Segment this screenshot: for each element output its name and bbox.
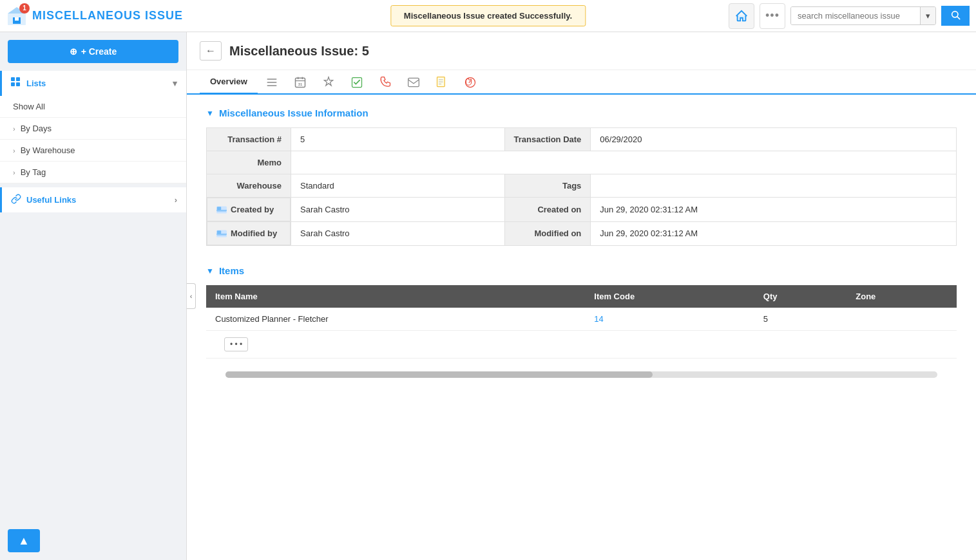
useful-links-label: Useful Links: [26, 195, 76, 205]
search-go-button[interactable]: [941, 6, 970, 26]
scroll-bar-wrapper: [206, 371, 957, 378]
by-warehouse-chevron-icon: ›: [13, 147, 15, 154]
tabs-bar: Overview 31: [187, 70, 976, 95]
by-warehouse-label: By Warehouse: [21, 145, 75, 155]
svg-rect-28: [217, 210, 226, 211]
created-by-value: Sarah Castro: [291, 198, 505, 222]
warehouse-value: Standard: [291, 174, 505, 198]
item-qty-cell: 5: [754, 308, 847, 331]
back-button[interactable]: ←: [200, 41, 222, 61]
transaction-number-value: 5: [291, 128, 505, 151]
app-logo: 1 MISCELLANEOUS ISSUE: [6, 6, 183, 26]
misc-issue-section-header[interactable]: ▼ Miscellaneous Issue Information: [206, 107, 957, 118]
warehouse-label: Warehouse: [207, 174, 291, 198]
tab-email[interactable]: [399, 71, 428, 94]
modified-on-label: Modified on: [504, 221, 591, 246]
svg-rect-26: [217, 207, 221, 210]
tab-attachments[interactable]: [456, 71, 484, 94]
items-section-header[interactable]: ▼ Items: [206, 265, 957, 276]
app-logo-icon: 1: [6, 6, 27, 26]
row-actions: • • •: [215, 333, 948, 355]
useful-links-icon: [11, 194, 21, 206]
header-right: ••• ▾: [729, 3, 970, 29]
svg-rect-8: [11, 82, 15, 86]
sidebar-outer: ⊕ + Create Lists ▾: [0, 32, 187, 560]
memo-value: [291, 151, 957, 174]
tags-value: [591, 174, 957, 198]
lists-grid-icon: [11, 77, 21, 89]
form-row-modified-by: Modified by Sarah Castro Modified on Jun…: [207, 221, 957, 246]
scroll-top-icon: ▲: [18, 534, 30, 548]
misc-issue-section-title: Miscellaneous Issue Information: [219, 107, 368, 118]
page-title: Miscellaneous Issue: 5: [229, 44, 369, 59]
form-row-memo: Memo: [207, 151, 957, 174]
svg-rect-9: [16, 82, 20, 86]
col-zone: Zone: [847, 285, 957, 308]
svg-rect-12: [267, 85, 276, 86]
modified-on-value: Jun 29, 2020 02:31:12 AM: [591, 221, 957, 246]
sidebar-item-by-tag[interactable]: › By Tag: [0, 162, 186, 183]
transaction-number-label: Transaction #: [207, 128, 291, 151]
table-row-actions: • • •: [206, 331, 957, 359]
svg-rect-6: [11, 77, 15, 81]
create-icon: ⊕: [70, 46, 77, 57]
created-on-value: Jun 29, 2020 02:31:12 AM: [591, 198, 957, 222]
scroll-bar-thumb[interactable]: [225, 371, 653, 378]
sidebar-useful-links[interactable]: Useful Links ›: [0, 187, 186, 212]
form-row-created-by: Created by Sarah Castro Created on Jun 2…: [207, 198, 957, 222]
app-title: MISCELLANEOUS ISSUE: [32, 9, 183, 23]
tab-tasks[interactable]: [343, 71, 371, 94]
svg-rect-32: [217, 234, 226, 235]
main-layout: ⊕ + Create Lists ▾: [0, 32, 976, 560]
more-options-button[interactable]: •••: [760, 3, 785, 29]
scroll-top-button[interactable]: ▲: [8, 529, 40, 552]
sidebar-item-by-days[interactable]: › By Days: [0, 118, 186, 140]
create-button[interactable]: ⊕ + Create: [8, 40, 178, 63]
svg-rect-11: [267, 82, 276, 83]
item-zone-cell: [847, 308, 957, 331]
items-header-row: Item Name Item Code Qty Zone: [206, 285, 957, 308]
form-row-transaction: Transaction # 5 Transaction Date 06/29/2…: [207, 128, 957, 151]
created-by-field-label: Created by: [231, 205, 274, 214]
by-tag-label: By Tag: [21, 167, 46, 177]
created-on-label: Created on: [504, 198, 591, 222]
sidebar: ⊕ + Create Lists ▾: [0, 32, 187, 560]
misc-issue-form-table: Transaction # 5 Transaction Date 06/29/2…: [206, 127, 957, 246]
item-code-cell: 14: [585, 308, 754, 331]
transaction-date-label: Transaction Date: [504, 128, 591, 151]
home-button[interactable]: [729, 3, 754, 29]
more-icon: •••: [765, 9, 780, 23]
items-table: Item Name Item Code Qty Zone Customized …: [206, 285, 957, 359]
scroll-bar-track: [225, 371, 937, 378]
tab-list[interactable]: [258, 71, 286, 94]
lists-chevron-icon: ▾: [173, 79, 177, 88]
sidebar-section-lists-header[interactable]: Lists ▾: [0, 71, 186, 96]
sidebar-bottom: ▲: [0, 521, 186, 560]
misc-issue-chevron-icon: ▼: [206, 109, 214, 118]
tab-notes[interactable]: [428, 71, 456, 94]
svg-rect-7: [16, 77, 20, 81]
search-dropdown-button[interactable]: ▾: [920, 7, 935, 24]
content-area: ← Miscellaneous Issue: 5 Overview: [187, 32, 976, 560]
memo-label: Memo: [207, 151, 291, 174]
by-days-chevron-icon: ›: [13, 125, 15, 133]
tab-calendar[interactable]: 31: [286, 71, 314, 94]
modified-by-field-label: Modified by: [231, 229, 277, 238]
sidebar-item-by-warehouse[interactable]: › By Warehouse: [0, 140, 186, 162]
show-all-label: Show All: [13, 102, 45, 111]
tags-label: Tags: [504, 174, 591, 198]
transaction-date-value: 06/29/2020: [591, 128, 957, 151]
sidebar-item-show-all[interactable]: Show All: [0, 96, 186, 118]
tab-overview[interactable]: Overview: [200, 70, 258, 95]
svg-text:31: 31: [298, 82, 302, 86]
search-input[interactable]: [791, 7, 920, 24]
tab-pin[interactable]: [314, 71, 343, 94]
sidebar-collapse-handle[interactable]: ‹: [187, 283, 196, 309]
row-action-button[interactable]: • • •: [224, 337, 248, 351]
tab-phone[interactable]: [371, 71, 399, 94]
form-row-warehouse: Warehouse Standard Tags: [207, 174, 957, 198]
created-by-label: Created by: [207, 198, 291, 221]
items-table-header: Item Name Item Code Qty Zone: [206, 285, 957, 308]
items-table-body: Customized Planner - Fletcher 14 5 • • •: [206, 308, 957, 359]
col-item-name: Item Name: [206, 285, 585, 308]
